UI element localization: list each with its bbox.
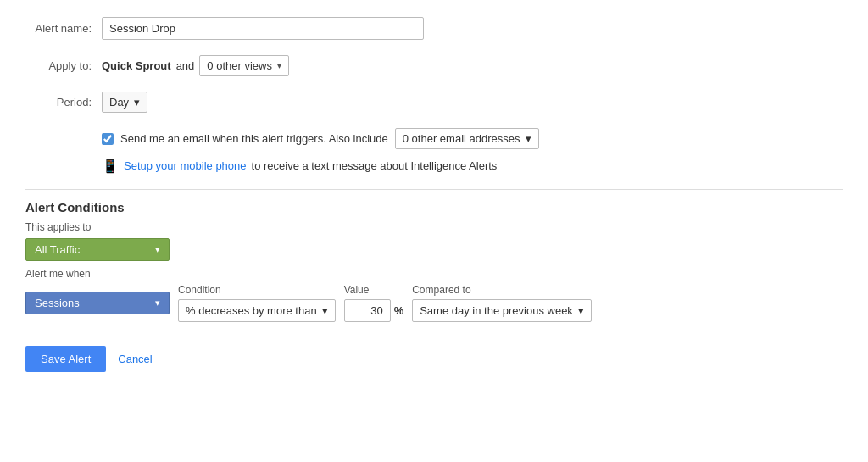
alert-name-input[interactable] bbox=[102, 17, 424, 40]
apply-to-row: Apply to: Quick Sprout and 0 other views… bbox=[25, 55, 843, 76]
applies-to-label: This applies to bbox=[25, 221, 843, 233]
period-arrow-icon: ▾ bbox=[134, 96, 140, 109]
email-checkbox-text: Send me an email when this alert trigger… bbox=[120, 132, 388, 145]
other-emails-dropdown[interactable]: 0 other email addresses ▾ bbox=[395, 128, 539, 149]
compared-to-dropdown[interactable]: Same day in the previous week ▾ bbox=[412, 299, 592, 322]
value-column: Value % bbox=[344, 284, 404, 322]
email-section: Send me an email when this alert trigger… bbox=[102, 128, 843, 174]
apply-to-and: and bbox=[176, 59, 195, 72]
all-traffic-dropdown[interactable]: All Traffic ▾ bbox=[25, 238, 170, 261]
condition-dropdown[interactable]: % decreases by more than ▾ bbox=[178, 299, 336, 322]
bottom-actions-row: Save Alert Cancel bbox=[25, 322, 843, 372]
apply-to-content: Quick Sprout and 0 other views ▾ bbox=[102, 55, 289, 76]
email-row: Send me an email when this alert trigger… bbox=[102, 128, 843, 149]
conditions-row: Sessions ▾ Condition % decreases by more… bbox=[25, 284, 843, 322]
alert-name-label: Alert name: bbox=[25, 22, 102, 35]
cancel-link[interactable]: Cancel bbox=[118, 353, 152, 365]
mobile-row: 📱 Setup your mobile phone to receive a t… bbox=[102, 158, 843, 174]
compared-to-column: Compared to Same day in the previous wee… bbox=[412, 284, 592, 322]
condition-arrow-icon: ▾ bbox=[322, 304, 328, 317]
mobile-rest-text: to receive a text message about Intellig… bbox=[252, 159, 498, 172]
sessions-arrow-icon: ▾ bbox=[155, 298, 160, 309]
apply-to-label: Apply to: bbox=[25, 59, 102, 72]
email-checkbox[interactable] bbox=[102, 133, 114, 145]
compared-to-col-label: Compared to bbox=[412, 284, 592, 296]
value-col-label: Value bbox=[344, 284, 404, 296]
alert-me-label: Alert me when bbox=[25, 268, 843, 280]
other-emails-arrow-icon: ▾ bbox=[526, 132, 531, 145]
condition-col-label: Condition bbox=[178, 284, 336, 296]
sessions-dropdown[interactable]: Sessions ▾ bbox=[25, 292, 170, 314]
period-dropdown[interactable]: Day ▾ bbox=[102, 92, 147, 113]
period-row: Period: Day ▾ bbox=[25, 92, 843, 113]
percent-sign: % bbox=[394, 304, 404, 317]
alert-conditions-section: Alert Conditions This applies to All Tra… bbox=[25, 200, 843, 322]
alert-name-row: Alert name: bbox=[25, 17, 843, 40]
period-label: Period: bbox=[25, 96, 102, 109]
compared-to-arrow-icon: ▾ bbox=[578, 304, 584, 317]
sessions-label: Sessions bbox=[35, 297, 80, 309]
save-alert-button[interactable]: Save Alert bbox=[25, 346, 106, 372]
period-value: Day bbox=[109, 96, 129, 109]
all-traffic-label: All Traffic bbox=[35, 243, 80, 256]
mobile-icon: 📱 bbox=[102, 158, 119, 174]
condition-value: % decreases by more than bbox=[186, 304, 317, 317]
value-input[interactable] bbox=[344, 299, 391, 322]
sessions-column: Sessions ▾ bbox=[25, 292, 170, 314]
other-views-dropdown[interactable]: 0 other views ▾ bbox=[199, 55, 289, 76]
other-emails-label: 0 other email addresses bbox=[403, 132, 520, 145]
other-views-arrow-icon: ▾ bbox=[277, 61, 281, 70]
value-input-row: % bbox=[344, 299, 404, 322]
section-title: Alert Conditions bbox=[25, 200, 843, 214]
other-views-label: 0 other views bbox=[207, 59, 272, 72]
setup-mobile-link[interactable]: Setup your mobile phone bbox=[124, 159, 247, 172]
compared-to-value: Same day in the previous week bbox=[420, 304, 573, 317]
apply-to-bold: Quick Sprout bbox=[102, 59, 171, 72]
all-traffic-arrow-icon: ▾ bbox=[155, 244, 160, 255]
divider bbox=[25, 189, 843, 190]
condition-column: Condition % decreases by more than ▾ bbox=[178, 284, 336, 322]
